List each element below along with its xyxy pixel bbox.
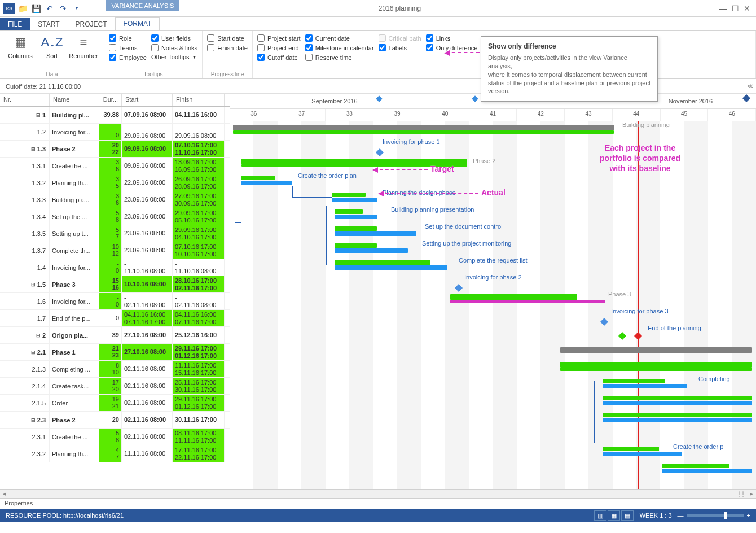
task-bar-target[interactable] (335, 226, 377, 231)
maximize-button[interactable]: ☐ (732, 4, 739, 13)
table-row[interactable]: 2.1.3Completing ...81002.11.16 08:0011.1… (0, 361, 230, 378)
gantt-chart[interactable]: September 2016 November 2016 36373839404… (230, 94, 756, 489)
task-bar-actual[interactable] (603, 384, 687, 388)
chk-startdate[interactable]: Start date (207, 34, 248, 42)
chk-projectstart[interactable]: Project start (257, 34, 301, 42)
summary-bar[interactable] (560, 368, 752, 371)
task-bar-actual[interactable] (332, 198, 377, 202)
summary-bar-actual[interactable] (233, 130, 614, 134)
task-bar-actual[interactable] (241, 181, 292, 185)
table-row[interactable]: 1.4Invoicing for...-0-11.10.16 08:00-11.… (0, 259, 230, 276)
table-row[interactable]: 1.3.4Set up the ...5823.09.16 08:0029.09… (0, 208, 230, 225)
header-finish[interactable]: Finish (173, 94, 225, 106)
summary-bar[interactable] (233, 125, 614, 130)
chk-teams[interactable]: Teams (109, 44, 147, 51)
table-row[interactable]: 2.3.1Create the ...5802.11.16 08:0008.11… (0, 429, 230, 445)
chk-labels[interactable]: Labels (379, 44, 421, 51)
renumber-button[interactable]: ≡Renumber (68, 33, 99, 59)
expander-icon[interactable]: ⊞ (30, 282, 36, 287)
task-bar-actual[interactable] (662, 469, 752, 473)
milestone-icon[interactable] (618, 332, 626, 340)
chk-cutoff[interactable]: Cutoff date (257, 54, 301, 61)
task-bar-target[interactable] (335, 260, 430, 265)
table-row[interactable]: ⊟1.3Phase 2202209.09.16 08:0007.10.16 17… (0, 141, 230, 158)
header-nr[interactable]: Nr. (0, 94, 50, 106)
h-scrollbar[interactable]: ◂ ▸ ┆┆ (0, 489, 756, 498)
task-bar-actual[interactable] (335, 265, 447, 270)
header-start[interactable]: Start (122, 94, 173, 106)
tab-project[interactable]: PROJECT (68, 18, 115, 30)
table-row[interactable]: 1.6Invoicing for...-0-02.11.16 08:00-02.… (0, 293, 230, 310)
chk-onlydiff[interactable]: Only difference (426, 44, 478, 51)
sort-button[interactable]: A↓ZSort (41, 33, 63, 59)
properties-bar[interactable]: Properties (0, 498, 756, 509)
summary-bar-actual[interactable] (450, 300, 605, 303)
task-bar-target[interactable] (603, 447, 659, 451)
folder-icon[interactable]: 📁 (17, 3, 28, 14)
task-bar-actual[interactable] (603, 452, 682, 456)
table-row[interactable]: 1.3.7Complete th...101223.09.16 08:0007.… (0, 242, 230, 259)
task-bar-actual[interactable] (603, 418, 752, 422)
expander-icon[interactable]: ⊟ (30, 146, 36, 152)
view-btn-1[interactable]: ▥ (594, 510, 606, 521)
tab-start[interactable]: START (30, 18, 67, 30)
table-row[interactable]: ⊟2.3Phase 22002.11.16 08:0030.11.16 17:0… (0, 412, 230, 429)
table-row[interactable]: ⊞1.5Phase 3151610.10.16 08:0028.10.16 17… (0, 276, 230, 293)
chk-finishdate[interactable]: Finish date (207, 44, 248, 51)
chk-milestonecal[interactable]: Milestone in calendar (305, 44, 374, 51)
chk-projectend[interactable]: Project end (257, 44, 301, 51)
summary-bar[interactable] (560, 362, 752, 368)
other-tooltips-dropdown[interactable]: Other Tooltips ▼ (151, 54, 197, 60)
redo-icon[interactable]: ↷ (58, 3, 69, 14)
table-row[interactable]: 2.3.2Planning th...4711.11.16 08:0017.11… (0, 445, 230, 462)
table-row[interactable]: 2.1.5Order192102.11.16 08:0029.11.16 17:… (0, 395, 230, 412)
tab-file[interactable]: FILE (0, 18, 30, 30)
task-bar-target[interactable] (241, 176, 275, 180)
table-row[interactable]: 1.3.3Building pla...3623.09.16 08:0027.0… (0, 191, 230, 208)
task-bar-actual[interactable] (603, 401, 752, 405)
table-row[interactable]: ⊟2Origon pla...3927.10.16 08:0025.12.16 … (0, 327, 230, 344)
chk-userfields[interactable]: User fields (151, 34, 197, 42)
close-button[interactable]: ✕ (744, 4, 750, 13)
zoom-in-icon[interactable]: + (747, 512, 750, 519)
chk-employee[interactable]: Employee (109, 54, 147, 61)
table-row[interactable]: 1.2Invoicing for...-0-29.09.16 08:00-29.… (0, 124, 230, 141)
expander-icon[interactable]: ⊟ (30, 349, 36, 355)
header-name[interactable]: Name (50, 94, 99, 106)
columns-button[interactable]: ▦Columns (5, 33, 36, 59)
table-row[interactable]: ⊟1Building pl...39.8807.09.16 08:0004.11… (0, 107, 230, 124)
collapse-grid-icon[interactable]: ≪ (747, 82, 754, 90)
task-bar-target[interactable] (332, 193, 366, 197)
table-row[interactable]: 1.3.5Setting up t...5723.09.16 08:0029.0… (0, 225, 230, 242)
app-icon[interactable]: RS (3, 3, 15, 14)
task-bar-target[interactable] (662, 464, 729, 468)
summary-bar[interactable] (241, 159, 467, 164)
task-bar-target[interactable] (603, 379, 665, 383)
save-icon[interactable]: 💾 (30, 3, 42, 14)
table-row[interactable]: 2.1.4Create task...172002.11.16 08:0025.… (0, 378, 230, 395)
task-bar-actual[interactable] (335, 248, 408, 253)
task-bar-target[interactable] (335, 243, 377, 248)
expander-icon[interactable]: ⊟ (36, 333, 41, 338)
chk-links[interactable]: Links (426, 34, 478, 42)
table-row[interactable]: 1.3.2Planning th...3522.09.16 08:0026.09… (0, 174, 230, 191)
task-bar-target[interactable] (603, 396, 752, 400)
task-bar-target[interactable] (335, 209, 363, 214)
zoom-slider[interactable]: — + (678, 512, 750, 519)
expander-icon[interactable]: ⊟ (36, 112, 41, 118)
header-dur[interactable]: Dur... (99, 94, 122, 106)
table-row[interactable]: ⊟2.1Phase 1212327.10.16 08:0029.11.16 17… (0, 344, 230, 361)
chk-role[interactable]: Role (109, 34, 147, 42)
task-bar-actual[interactable] (335, 231, 416, 236)
chk-noteslinks[interactable]: Notes & links (151, 44, 197, 51)
milestone-icon[interactable] (634, 332, 642, 340)
chk-currentdate[interactable]: Current date (305, 34, 374, 42)
table-row[interactable]: 1.7End of the p...004.11.16 16:0007.11.1… (0, 310, 230, 327)
qat-dropdown-icon[interactable]: ▼ (71, 3, 82, 14)
view-btn-2[interactable]: ▦ (608, 510, 620, 521)
tab-format[interactable]: FORMAT (115, 17, 160, 30)
expander-icon[interactable]: ⊟ (30, 417, 36, 423)
task-bar-target[interactable] (603, 413, 752, 417)
view-btn-3[interactable]: ▤ (621, 510, 634, 521)
zoom-out-icon[interactable]: — (678, 512, 684, 519)
